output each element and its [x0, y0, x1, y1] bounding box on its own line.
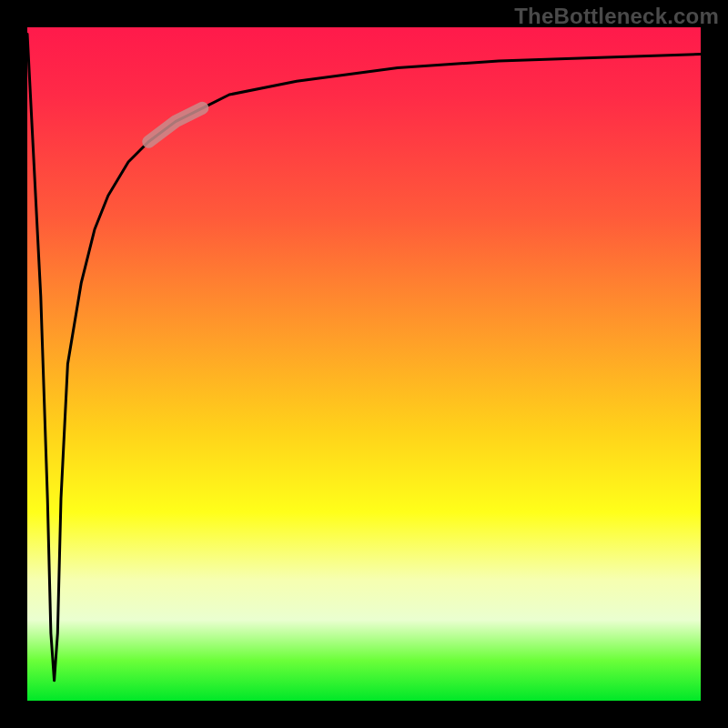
- chart-frame: TheBottleneck.com: [0, 0, 728, 728]
- plot-area: [27, 27, 701, 701]
- highlight-segment: [148, 108, 202, 142]
- watermark-text: TheBottleneck.com: [514, 4, 719, 29]
- curve-svg: [27, 27, 701, 701]
- main-curve: [27, 34, 701, 680]
